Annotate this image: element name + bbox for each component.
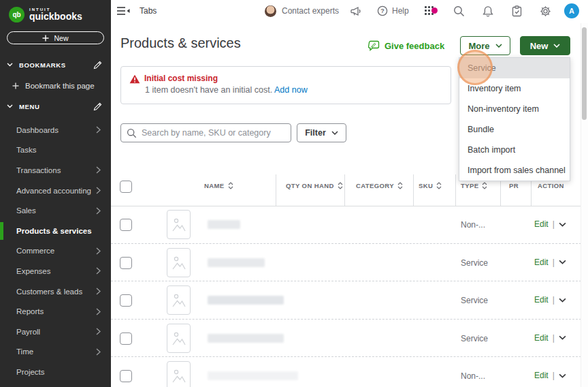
- menu-item-batch-import[interactable]: Batch import: [459, 140, 570, 160]
- product-image-placeholder: [167, 324, 191, 353]
- menu-item-import-from-sales-channel[interactable]: Import from sales channel: [459, 160, 570, 181]
- collapse-sidebar-icon[interactable]: [116, 0, 130, 22]
- sidebar-item-transactions[interactable]: Transactions: [0, 160, 111, 181]
- bookmarks-label: BOOKMARKS: [19, 61, 66, 69]
- sidebar-item-advanced-accounting[interactable]: Advanced accounting: [0, 181, 111, 201]
- select-all-checkbox[interactable]: [120, 181, 132, 193]
- click-highlight-annotation: [457, 50, 493, 85]
- row-checkbox[interactable]: [120, 332, 132, 345]
- sidebar-new-button[interactable]: New: [7, 31, 104, 44]
- edit-link[interactable]: Edit: [534, 258, 549, 267]
- row-actions-dropdown[interactable]: [559, 260, 566, 264]
- sidebar-item-time[interactable]: Time: [0, 342, 111, 362]
- row-actions-dropdown[interactable]: [559, 298, 566, 303]
- column-header-price[interactable]: PR: [509, 182, 519, 189]
- sort-icon[interactable]: [482, 182, 487, 189]
- redacted-product-name: [208, 296, 284, 305]
- contact-experts-label: Contact experts: [282, 6, 339, 16]
- sidebar-item-projects[interactable]: Projects: [0, 362, 111, 382]
- main-content: Tabs Contact experts ? Help A P: [111, 0, 588, 387]
- new-button-label: New: [530, 41, 549, 51]
- product-image-placeholder: [167, 361, 191, 387]
- sidebar-item-products-services[interactable]: Products & services: [0, 221, 111, 241]
- sidebar-item-label: Payroll: [16, 328, 40, 336]
- contact-experts-button[interactable]: Contact experts: [265, 0, 339, 22]
- sidebar-item-dashboards[interactable]: Dashboards: [0, 120, 111, 140]
- vertical-scrollbar[interactable]: [581, 23, 588, 387]
- page-title: Products & services: [120, 35, 241, 51]
- row-checkbox[interactable]: [120, 257, 132, 269]
- menu-item-bundle[interactable]: Bundle: [459, 119, 570, 140]
- column-divider: [344, 174, 345, 206]
- menu-label: MENU: [19, 103, 39, 110]
- chevron-right-icon: [96, 267, 101, 275]
- edit-link[interactable]: Edit: [534, 219, 549, 229]
- chevron-right-icon: [96, 328, 101, 335]
- redacted-product-name: [208, 371, 298, 380]
- settings-gear-icon[interactable]: [540, 0, 551, 22]
- column-header-qty-on-hand[interactable]: QTY ON HAND: [286, 182, 343, 189]
- give-feedback-button[interactable]: Give feedback: [368, 40, 444, 51]
- search-input[interactable]: [142, 128, 285, 138]
- sidebar-item-sales[interactable]: Sales: [0, 200, 111, 221]
- sort-icon[interactable]: [397, 182, 403, 189]
- table-row: Service Edit |: [111, 244, 588, 282]
- sidebar-item-reports[interactable]: Reports: [0, 301, 111, 322]
- product-image-placeholder: [167, 285, 191, 315]
- sort-icon[interactable]: [338, 182, 343, 189]
- alert-message: 1 item doesn't have an initial cost.: [145, 85, 272, 95]
- user-avatar[interactable]: A: [564, 3, 579, 18]
- sidebar-item-label: Transactions: [16, 166, 61, 174]
- sort-icon[interactable]: [228, 182, 233, 189]
- image-icon: [172, 291, 186, 309]
- edit-link[interactable]: Edit: [534, 371, 549, 380]
- action-divider: |: [553, 219, 555, 229]
- add-now-link[interactable]: Add now: [274, 85, 308, 95]
- row-checkbox[interactable]: [120, 294, 132, 307]
- bookmarks-section-header[interactable]: BOOKMARKS: [0, 59, 111, 70]
- filter-button[interactable]: Filter: [297, 123, 346, 142]
- quickbooks-logo: qb INTUIT quickbooks: [0, 0, 111, 22]
- more-button-label: More: [468, 41, 489, 51]
- row-checkbox[interactable]: [120, 219, 132, 231]
- chevron-down-icon: [495, 44, 502, 48]
- tasks-clipboard-icon[interactable]: [512, 0, 522, 22]
- menu-item-non-inventory-item[interactable]: Non-inventory item: [459, 99, 570, 119]
- action-divider: |: [553, 371, 555, 380]
- menu-section-header[interactable]: MENU: [0, 101, 111, 112]
- filter-label: Filter: [305, 128, 326, 138]
- sidebar-item-commerce[interactable]: Commerce: [0, 241, 111, 262]
- sidebar-item-expenses[interactable]: Expenses: [0, 261, 111, 281]
- apps-grid-icon[interactable]: [425, 0, 435, 22]
- row-actions-dropdown[interactable]: [559, 373, 566, 378]
- table-row: Non-... Edit |: [111, 206, 588, 244]
- type-cell: Service: [461, 296, 488, 305]
- sidebar-item-customers-leads[interactable]: Customers & leads: [0, 281, 111, 302]
- edit-link[interactable]: Edit: [534, 295, 549, 305]
- new-button[interactable]: New: [520, 36, 570, 55]
- scrollbar-thumb[interactable]: [582, 27, 587, 120]
- column-header-sku[interactable]: SKU: [419, 182, 442, 189]
- row-actions-dropdown[interactable]: [559, 222, 566, 227]
- chevron-right-icon: [96, 166, 101, 174]
- warning-triangle-icon: [129, 74, 140, 84]
- notifications-icon[interactable]: [483, 0, 493, 22]
- sidebar-item-tasks[interactable]: Tasks: [0, 140, 111, 161]
- announcements-icon[interactable]: [350, 0, 362, 22]
- products-table-body: Non-... Edit | Service Edit |: [111, 206, 588, 387]
- row-checkbox[interactable]: [120, 370, 132, 382]
- row-actions-dropdown[interactable]: [559, 335, 566, 340]
- edit-bookmarks-icon[interactable]: [93, 61, 102, 69]
- column-header-name[interactable]: NAME: [204, 182, 233, 189]
- redacted-product-name: [208, 220, 240, 229]
- column-header-type[interactable]: TYPE: [461, 182, 487, 189]
- sidebar-item-payroll[interactable]: Payroll: [0, 322, 111, 342]
- edit-menu-icon[interactable]: [93, 102, 102, 111]
- help-button[interactable]: ? Help: [377, 0, 409, 22]
- bookmark-this-page[interactable]: Bookmark this page: [0, 82, 111, 90]
- sort-icon[interactable]: [436, 182, 442, 189]
- column-header-category[interactable]: CATEGORY: [356, 182, 403, 189]
- search-icon[interactable]: [453, 0, 465, 22]
- tabs-label[interactable]: Tabs: [140, 0, 157, 22]
- edit-link[interactable]: Edit: [534, 333, 549, 343]
